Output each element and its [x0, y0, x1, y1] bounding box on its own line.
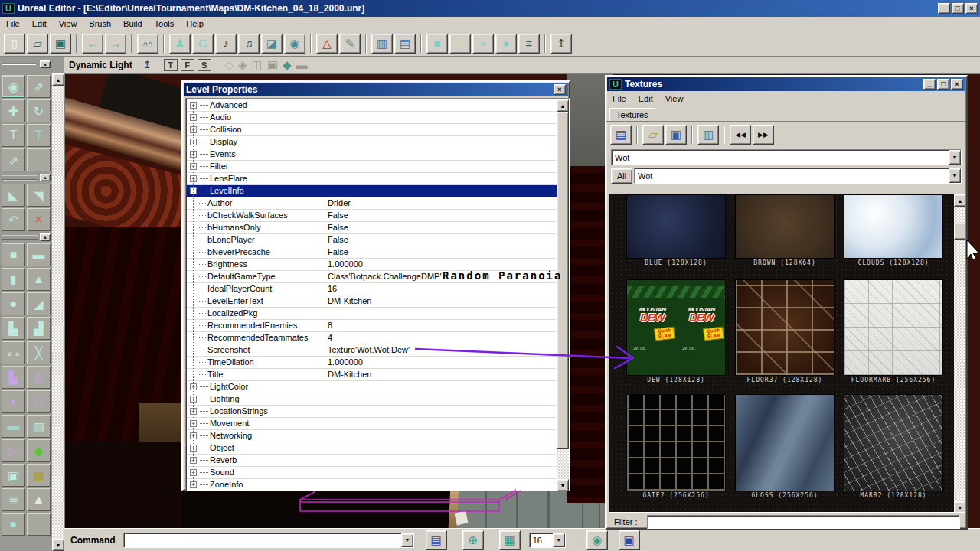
menu-brush[interactable]: Brush: [83, 18, 117, 30]
scroll-down-icon[interactable]: ▼: [52, 539, 64, 551]
property-row-idealplayercount[interactable]: IdealPlayerCount16: [187, 283, 557, 295]
texture-tile-gate2[interactable]: [626, 394, 726, 491]
bsp-view-icon[interactable]: ▣: [267, 58, 278, 72]
tree-group-display[interactable]: +Display: [187, 136, 557, 148]
brush-rotate-icon[interactable]: ↻: [27, 99, 51, 122]
tree-scrollbar[interactable]: ▲ ▼: [557, 99, 569, 491]
property-value[interactable]: 16: [328, 283, 557, 295]
joystick-icon[interactable]: ↥: [143, 59, 152, 70]
save-package-icon[interactable]: ▣: [665, 125, 687, 145]
collapse-section-icon[interactable]: ▲: [40, 60, 51, 68]
ellipse-brush-icon[interactable]: ●: [2, 513, 25, 536]
command-combobox[interactable]: ▼: [123, 533, 414, 548]
textures-maximize-icon[interactable]: □: [937, 79, 949, 90]
chevron-down-icon[interactable]: ▼: [401, 533, 413, 547]
menu-file[interactable]: File: [0, 18, 26, 30]
tree-group-networking[interactable]: +Networking: [187, 430, 557, 442]
build-all-icon[interactable]: ●: [495, 34, 517, 54]
brush-clip-icon[interactable]: ◣: [2, 184, 25, 207]
tree-group-levelinfo[interactable]: −LevelInfo: [187, 185, 557, 197]
property-row-author[interactable]: AuthorDrider: [187, 197, 557, 210]
tree-group-zoneinfo[interactable]: +ZoneInfo: [187, 479, 557, 491]
cube-brush-icon[interactable]: ■: [2, 243, 25, 266]
tree-scroll-down-icon[interactable]: ▼: [557, 479, 569, 491]
property-value[interactable]: DM-Kitchen: [328, 295, 557, 307]
property-row-bhumansonly[interactable]: bHumansOnlyFalse: [187, 222, 557, 234]
shattered-sheet-icon[interactable]: ▨: [27, 415, 51, 438]
actor-class-browser-icon[interactable]: ♟: [169, 34, 191, 54]
property-value[interactable]: DM-Kitchen: [328, 369, 557, 380]
menu-edit[interactable]: Edit: [632, 93, 659, 105]
tree-group-movement[interactable]: +Movement: [187, 418, 557, 430]
texture-pan-icon[interactable]: T: [2, 124, 25, 147]
menu-edit[interactable]: Edit: [26, 18, 53, 30]
intersect-sheets-icon[interactable]: ╳: [27, 341, 51, 364]
delete-clip-icon[interactable]: ×: [27, 208, 51, 231]
texture-scroll-up-icon[interactable]: ▲: [954, 194, 965, 207]
group-browser-icon[interactable]: G: [192, 34, 214, 54]
collapse-section-icon[interactable]: ▲: [40, 174, 51, 181]
wireframe-view-icon[interactable]: ◇: [225, 58, 234, 72]
actor-align-icon[interactable]: ⊕: [462, 530, 484, 550]
texture-scroll-down-icon[interactable]: ▼: [954, 501, 965, 513]
close-button[interactable]: ×: [965, 3, 978, 14]
texture-tile-blue[interactable]: [626, 194, 726, 259]
menu-view[interactable]: View: [659, 93, 690, 105]
tree-group-locationstrings[interactable]: +LocationStrings: [187, 406, 557, 418]
textured-view-icon[interactable]: ◆: [283, 58, 292, 72]
loft-brush-icon[interactable]: ▷: [2, 439, 25, 462]
sheet-brush-icon[interactable]: ▬: [27, 243, 51, 266]
tree-group-sound[interactable]: +Sound: [187, 467, 557, 479]
property-row-recommendedenemies[interactable]: RecommendedEnemies8: [187, 320, 557, 332]
brush-snap-icon[interactable]: ⇗: [2, 148, 25, 171]
tree-group-events[interactable]: +Events: [187, 148, 557, 161]
zone-view-icon[interactable]: ◈: [238, 58, 247, 72]
build-lighting-icon[interactable]: ○: [449, 34, 471, 54]
open-cube-icon[interactable]: □: [27, 390, 51, 413]
texture-rotate-icon[interactable]: T: [27, 124, 51, 147]
mode-letter-t-button[interactable]: T: [164, 59, 178, 71]
command-input[interactable]: [127, 536, 402, 545]
tree-group-reverb[interactable]: +Reverb: [187, 455, 557, 467]
split-poly-icon[interactable]: ◥: [27, 184, 51, 207]
redo-icon[interactable]: →: [105, 34, 126, 54]
property-value[interactable]: 4: [328, 332, 557, 344]
open-package-icon[interactable]: ▱: [642, 125, 664, 145]
grid-size-dropdown[interactable]: 16 ▼: [529, 533, 566, 548]
left-toolbar-scrollbar[interactable]: ▲ ▼: [52, 73, 64, 551]
property-value[interactable]: False: [328, 222, 557, 233]
property-value[interactable]: Drider: [328, 197, 557, 209]
cylinder-brush-icon[interactable]: ▮: [2, 268, 25, 291]
group-dropdown[interactable]: Wot ▼: [634, 168, 962, 184]
sound-browser-icon[interactable]: ♫: [238, 34, 260, 54]
maximize-button[interactable]: □: [952, 3, 964, 14]
menu-help[interactable]: Help: [180, 18, 210, 30]
collapse-section-icon[interactable]: ▲: [40, 233, 51, 241]
property-row-levelentertext[interactable]: LevelEnterTextDM-Kitchen: [187, 295, 557, 308]
property-row-timedilation[interactable]: TimeDilation1.000000: [187, 357, 557, 369]
tree-scroll-up-icon[interactable]: ▲: [557, 99, 569, 112]
property-row-bneverprecache[interactable]: bNeverPrecacheFalse: [187, 246, 557, 259]
curved-cylinder-icon[interactable]: ◗: [2, 390, 25, 413]
texture-tile-clouds[interactable]: [844, 194, 943, 259]
property-value[interactable]: 1.000000: [328, 259, 557, 270]
surface-properties-icon[interactable]: ▤: [394, 34, 416, 54]
chevron-down-icon[interactable]: ▼: [553, 533, 565, 547]
scroll-track[interactable]: [52, 86, 64, 539]
tree-group-advanced[interactable]: +Advanced: [187, 99, 557, 112]
prev-group-icon[interactable]: ◀◀: [730, 125, 751, 145]
flat-view-icon[interactable]: ▬: [296, 58, 308, 71]
texture-tile-brown[interactable]: [735, 194, 835, 259]
texture-properties-icon[interactable]: ▥: [697, 125, 719, 145]
camera-mode-icon[interactable]: ◉: [2, 75, 25, 98]
package-tree-icon[interactable]: ▤: [610, 125, 632, 145]
curved-sheet-icon[interactable]: ▬: [2, 415, 25, 438]
scroll-up-icon[interactable]: ▲: [52, 73, 64, 86]
actor-properties-icon[interactable]: ▥: [371, 34, 393, 54]
actor-move-icon[interactable]: ⇗: [27, 75, 51, 98]
property-row-recommendedteammates[interactable]: RecommendedTeammates4: [187, 332, 557, 344]
chevron-down-icon[interactable]: ▼: [949, 168, 961, 183]
texture-scroll-track[interactable]: [954, 207, 965, 223]
property-row-localizedpkg[interactable]: LocalizedPkg: [187, 308, 557, 320]
minimize-button[interactable]: _: [938, 3, 950, 14]
